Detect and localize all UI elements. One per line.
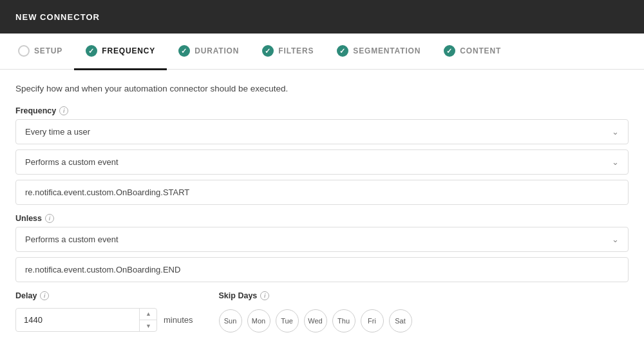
delay-label: Delay [15, 291, 37, 300]
tab-frequency-label: FREQUENCY [102, 46, 155, 55]
skip-days-label-row: Skip Days i [219, 291, 412, 300]
unless-event-value: re.notifica.event.custom.OnBoarding.END [25, 265, 180, 274]
day-tue[interactable]: Tue [276, 309, 299, 332]
tab-content-label: CONTENT [460, 46, 501, 55]
tab-setup-icon [18, 45, 30, 57]
tab-content[interactable]: ✓ CONTENT [432, 34, 513, 70]
frequency-event-input[interactable]: re.notifica.event.custom.OnBoarding.STAR… [15, 180, 629, 205]
unless-label: Unless [15, 214, 42, 223]
tab-setup-label: SETUP [34, 46, 62, 55]
frequency-sub-chevron-icon: ⌄ [612, 157, 619, 167]
delay-input[interactable] [15, 308, 157, 332]
frequency-event-value: re.notifica.event.custom.OnBoarding.STAR… [25, 187, 189, 197]
frequency-sub-select-value: Performs a custom event [25, 157, 118, 167]
tabs-bar: SETUP ✓ FREQUENCY ✓ DURATION ✓ FILTERS ✓… [0, 34, 644, 70]
tab-frequency[interactable]: ✓ FREQUENCY [74, 34, 167, 70]
delay-label-row: Delay i [15, 291, 193, 300]
tab-filters[interactable]: ✓ FILTERS [251, 34, 325, 70]
delay-info-icon[interactable]: i [40, 291, 49, 300]
tab-setup[interactable]: SETUP [15, 34, 74, 70]
unless-select[interactable]: Performs a custom event ⌄ [15, 227, 629, 252]
tab-content-icon: ✓ [444, 45, 455, 57]
day-sun[interactable]: Sun [219, 309, 242, 332]
day-wed[interactable]: Wed [304, 309, 327, 332]
delay-section: Delay i ▲ ▼ minutes [15, 291, 193, 332]
tab-filters-icon: ✓ [262, 45, 274, 57]
skip-days-info-icon[interactable]: i [260, 291, 269, 300]
content-area: Specify how and when your automation con… [0, 70, 644, 346]
unless-label-row: Unless i [15, 214, 629, 223]
unless-select-value: Performs a custom event [25, 235, 118, 244]
tab-duration[interactable]: ✓ DURATION [167, 34, 251, 70]
delay-stepper: ▲ ▼ [139, 308, 157, 332]
frequency-select[interactable]: Every time a user ⌄ [15, 119, 629, 144]
skip-days-section: Skip Days i SunMonTueWedThuFriSat [219, 291, 412, 332]
unless-chevron-icon: ⌄ [612, 235, 619, 244]
page-title: NEW CONNECTOR [15, 12, 100, 22]
tab-filters-label: FILTERS [278, 46, 314, 55]
tab-duration-icon: ✓ [178, 45, 190, 57]
frequency-sub-select[interactable]: Performs a custom event ⌄ [15, 149, 629, 175]
form-description: Specify how and when your automation con… [15, 84, 629, 93]
frequency-label: Frequency [15, 106, 56, 115]
frequency-label-row: Frequency i [15, 106, 629, 115]
tab-segmentation[interactable]: ✓ SEGMENTATION [325, 34, 432, 70]
tab-frequency-icon: ✓ [86, 45, 97, 57]
day-sat[interactable]: Sat [389, 309, 412, 332]
frequency-info-icon[interactable]: i [59, 106, 68, 115]
delay-input-row: ▲ ▼ minutes [15, 308, 193, 332]
days-row: SunMonTueWedThuFriSat [219, 309, 412, 332]
top-bar: NEW CONNECTOR [0, 0, 644, 34]
stepper-up-button[interactable]: ▲ [140, 308, 157, 320]
unless-info-icon[interactable]: i [45, 214, 54, 223]
tab-segmentation-label: SEGMENTATION [353, 46, 421, 55]
tab-segmentation-icon: ✓ [337, 45, 348, 57]
delay-unit-label: minutes [164, 315, 193, 325]
frequency-chevron-icon: ⌄ [612, 127, 619, 137]
day-thu[interactable]: Thu [332, 309, 355, 332]
day-fri[interactable]: Fri [361, 309, 384, 332]
day-mon[interactable]: Mon [247, 309, 270, 332]
tab-duration-label: DURATION [194, 46, 239, 55]
stepper-down-button[interactable]: ▼ [140, 320, 157, 332]
delay-input-wrapper: ▲ ▼ [15, 308, 157, 332]
frequency-select-value: Every time a user [25, 127, 90, 137]
skip-days-label: Skip Days [219, 291, 258, 300]
unless-event-input[interactable]: re.notifica.event.custom.OnBoarding.END [15, 257, 629, 282]
bottom-row: Delay i ▲ ▼ minutes Skip Days [15, 291, 629, 332]
